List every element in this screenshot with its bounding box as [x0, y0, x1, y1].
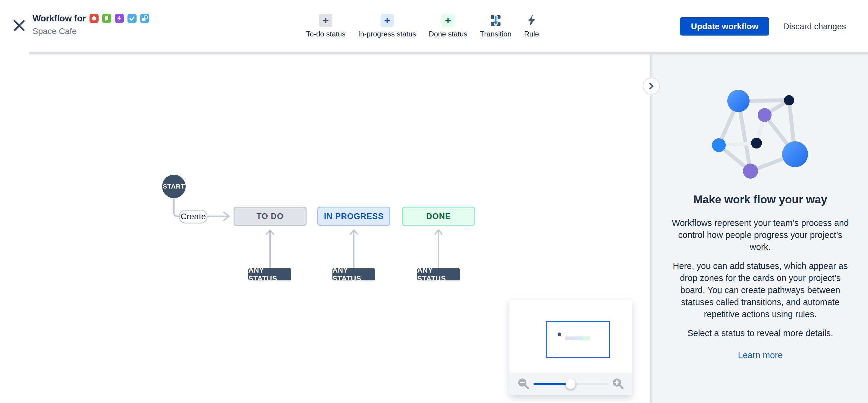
minimap-viewport[interactable] — [546, 321, 610, 358]
update-workflow-button[interactable]: Update workflow — [680, 17, 769, 36]
tool-label: In-progress status — [358, 30, 416, 38]
header-actions: Update workflow Discard changes — [680, 17, 846, 36]
zoom-slider[interactable] — [533, 379, 608, 390]
transition-create[interactable]: Create — [179, 210, 208, 224]
start-node-label: START — [163, 183, 185, 190]
title-block: Workflow for Space Cafe — [33, 13, 149, 36]
zoom-slider-thumb[interactable] — [566, 379, 576, 389]
any-status-badge: ANY STATUS — [417, 268, 460, 280]
tool-label: Done status — [429, 30, 467, 38]
task-icon — [127, 14, 136, 23]
status-to-do[interactable]: TO DO — [234, 207, 307, 226]
add-in-progress-status-button[interactable]: + In-progress status — [358, 14, 416, 38]
close-icon — [13, 19, 26, 32]
network-illustration — [702, 78, 819, 181]
workflow-canvas[interactable]: START Create TO DO IN PROGRESS DONE ANY … — [0, 55, 650, 403]
add-todo-status-button[interactable]: + To-do status — [306, 14, 346, 38]
panel-heading: Make work flow your way — [652, 193, 868, 206]
bolt-icon — [115, 14, 124, 23]
start-node[interactable]: START — [162, 175, 186, 198]
sidebar-collapse-button[interactable] — [643, 77, 660, 95]
plus-icon: + — [319, 14, 333, 27]
plus-icon: + — [441, 14, 455, 27]
magnifier-plus-icon — [611, 377, 624, 391]
minimap-status-rect — [574, 336, 583, 340]
add-transition-button[interactable]: Transition — [480, 14, 512, 38]
close-button[interactable] — [12, 19, 27, 33]
panel-paragraph: Workflows represent your team’s process … — [670, 217, 851, 253]
minimap[interactable] — [509, 300, 632, 395]
add-rule-button[interactable]: Rule — [524, 14, 539, 38]
zoom-slider-fill — [533, 383, 570, 385]
status-done[interactable]: DONE — [402, 207, 475, 226]
workflow-editor: Workflow for Space Cafe — [0, 0, 868, 403]
discard-changes-button[interactable]: Discard changes — [783, 22, 846, 31]
info-panel: Make work flow your way Workflows repres… — [652, 55, 868, 403]
learn-more-link[interactable]: Learn more — [738, 350, 782, 360]
status-in-progress[interactable]: IN PROGRESS — [317, 207, 390, 226]
add-done-status-button[interactable]: + Done status — [429, 14, 467, 38]
project-name: Space Cafe — [33, 27, 149, 36]
minimap-status-rect — [583, 336, 590, 340]
zoom-out-button[interactable] — [517, 377, 530, 391]
transition-icon — [489, 14, 502, 27]
story-icon — [102, 14, 111, 23]
tool-label: Rule — [524, 30, 539, 38]
chevron-right-icon — [647, 81, 656, 91]
any-status-badge: ANY STATUS — [248, 268, 291, 280]
subtask-icon — [140, 14, 149, 23]
panel-paragraph: Select a status to reveal more details. — [670, 327, 851, 339]
minimap-start-dot — [558, 333, 561, 336]
header-divider — [29, 53, 868, 55]
panel-paragraph: Here, you can add statuses, which appear… — [670, 260, 851, 320]
lightning-icon — [525, 14, 538, 27]
magnifier-minus-icon — [517, 377, 530, 391]
bug-icon — [90, 14, 98, 23]
panel-divider — [650, 55, 652, 403]
minimap-zoom-bar — [509, 373, 632, 395]
page-title: Workflow for — [33, 13, 86, 24]
zoom-in-button[interactable] — [611, 377, 624, 391]
tool-label: Transition — [480, 30, 512, 38]
toolbar: + To-do status + In-progress status + Do… — [306, 14, 539, 38]
tool-label: To-do status — [306, 30, 346, 38]
any-status-badge: ANY STATUS — [333, 268, 375, 280]
plus-icon: + — [380, 14, 394, 27]
minimap-status-rect — [565, 336, 574, 340]
